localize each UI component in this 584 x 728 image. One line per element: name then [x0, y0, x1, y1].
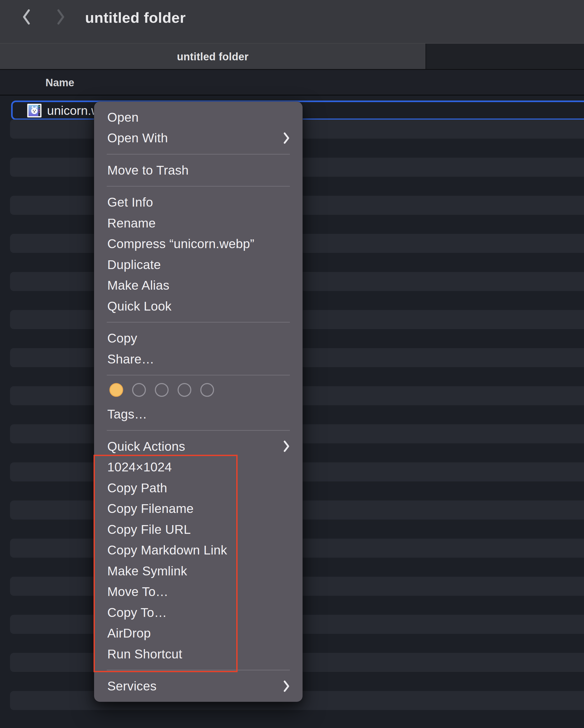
menu-item-copy-filename[interactable]: Copy Filename: [94, 498, 303, 519]
menu-item-label: Copy Path: [107, 480, 290, 495]
context-menu: OpenOpen WithMove to TrashGet InfoRename…: [94, 102, 303, 702]
menu-item-airdrop[interactable]: AirDrop: [94, 623, 303, 644]
menu-item-label: Copy To…: [107, 605, 290, 620]
menu-item-make-alias[interactable]: Make Alias: [94, 275, 303, 296]
menu-item-label: Open: [107, 110, 290, 125]
tag-color-row: [94, 381, 303, 404]
tab-untitled-folder[interactable]: untitled folder: [0, 44, 425, 70]
menu-item-get-info[interactable]: Get Info: [94, 192, 303, 213]
menu-item-copy-to[interactable]: Copy To…: [94, 602, 303, 623]
forward-button[interactable]: [55, 9, 66, 25]
menu-item-label: Make Alias: [107, 278, 290, 292]
menu-item-copy-file-url[interactable]: Copy File URL: [94, 519, 303, 540]
menu-item-label: Get Info: [107, 195, 290, 209]
menu-item-tags[interactable]: Tags…: [94, 404, 303, 425]
menu-item-label: Quick Actions: [107, 439, 283, 454]
menu-item-quick-look[interactable]: Quick Look: [94, 296, 303, 317]
menu-separator: [94, 317, 303, 328]
menu-item-label: Tags…: [107, 407, 290, 421]
menu-item-label: Compress “unicorn.webp”: [107, 236, 290, 251]
menu-item-move-to-trash[interactable]: Move to Trash: [94, 160, 303, 181]
menu-item-label: AirDrop: [107, 626, 290, 641]
tag-circle-orange-tag[interactable]: [109, 383, 123, 397]
menu-item-label: Move To…: [107, 584, 290, 599]
chevron-right-icon: [56, 9, 65, 26]
menu-item-label: Copy Filename: [107, 501, 290, 516]
menu-item-1024-1024[interactable]: 1024×1024: [94, 457, 303, 478]
menu-item-quick-actions[interactable]: Quick Actions: [94, 436, 303, 457]
submenu-chevron-icon: [283, 440, 290, 452]
menu-item-copy[interactable]: Copy: [94, 328, 303, 349]
menu-item-open[interactable]: Open: [94, 107, 303, 128]
menu-item-label: Services: [107, 679, 283, 693]
menu-separator: [94, 369, 303, 381]
menu-item-label: Move to Trash: [107, 163, 290, 178]
menu-separator: [94, 181, 303, 192]
menu-item-label: Copy: [107, 331, 290, 345]
menu-item-share[interactable]: Share…: [94, 349, 303, 369]
submenu-chevron-icon: [283, 680, 290, 693]
menu-item-label: Duplicate: [107, 257, 290, 272]
menu-separator: [94, 665, 303, 676]
menu-separator: [94, 424, 303, 436]
tag-circle-empty-tag-3[interactable]: [177, 383, 191, 397]
menu-item-run-shortcut[interactable]: Run Shortcut: [94, 644, 303, 665]
tag-circle-empty-tag-4[interactable]: [200, 383, 214, 397]
menu-item-label: 1024×1024: [107, 460, 290, 474]
menu-item-open-with[interactable]: Open With: [94, 128, 303, 149]
chevron-left-icon: [22, 9, 31, 26]
menu-item-copy-markdown-link[interactable]: Copy Markdown Link: [94, 540, 303, 561]
menu-item-compress-unicorn-webp[interactable]: Compress “unicorn.webp”: [94, 234, 303, 255]
menu-item-label: Run Shortcut: [107, 647, 290, 661]
tab-label: untitled folder: [177, 51, 248, 63]
submenu-chevron-icon: [283, 132, 290, 145]
tabbar-empty-region: [425, 44, 584, 70]
back-button[interactable]: [21, 9, 32, 25]
column-header-name[interactable]: Name: [46, 70, 74, 96]
menu-item-copy-path[interactable]: Copy Path: [94, 477, 303, 498]
menu-item-services[interactable]: Services: [94, 676, 303, 697]
file-thumbnail-icon: [27, 104, 41, 118]
menu-item-rename[interactable]: Rename: [94, 213, 303, 234]
tag-circle-empty-tag-1[interactable]: [132, 383, 146, 397]
list-column-header: Name: [0, 69, 584, 96]
menu-item-label: Rename: [107, 216, 290, 230]
menu-item-move-to[interactable]: Move To…: [94, 581, 303, 602]
menu-item-label: Copy File URL: [107, 522, 290, 537]
tab-bar: untitled folder: [0, 43, 584, 69]
menu-item-make-symlink[interactable]: Make Symlink: [94, 561, 303, 581]
menu-item-label: Copy Markdown Link: [107, 543, 290, 557]
menu-item-label: Share…: [107, 352, 290, 366]
toolbar: untitled folder: [0, 0, 584, 43]
menu-separator: [94, 149, 303, 160]
window-title: untitled folder: [85, 9, 186, 26]
menu-item-label: Quick Look: [107, 299, 290, 313]
menu-item-label: Make Symlink: [107, 564, 290, 578]
menu-item-label: Open With: [107, 131, 283, 145]
tag-circle-empty-tag-2[interactable]: [155, 383, 169, 397]
menu-item-duplicate[interactable]: Duplicate: [94, 254, 303, 275]
